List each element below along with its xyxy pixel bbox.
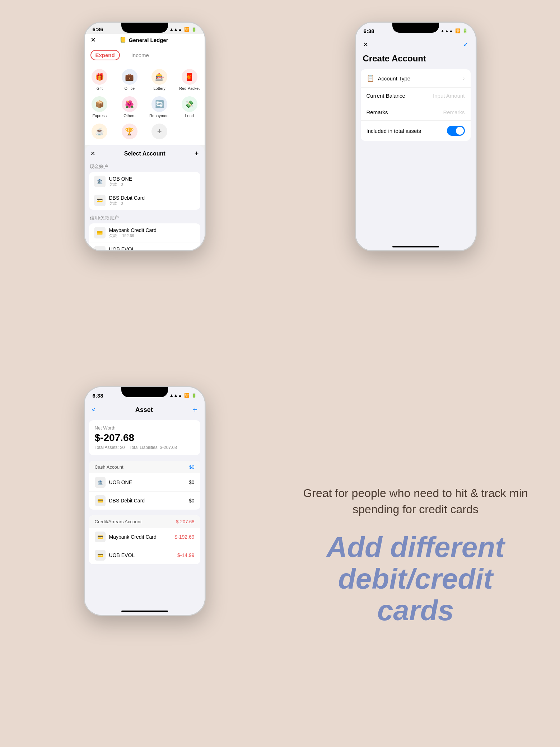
credit-account-list: Credit/Arrears Account $-207.68 💳 Mayban… <box>89 515 200 564</box>
included-in-assets-row[interactable]: Included in total assets <box>361 121 471 141</box>
uobevol-name: UOB EVOL <box>109 246 195 252</box>
cat-lottery[interactable]: 🎰 Lottery <box>145 66 175 93</box>
big-text-line3: cards <box>326 595 504 626</box>
cat-coffee[interactable]: ☕ <box>85 121 115 142</box>
cat-redpacket[interactable]: 🧧 Red Packet <box>174 66 205 93</box>
cat-repayment[interactable]: 🔄 Repayment <box>145 93 175 121</box>
cat-lend[interactable]: 💸 Lend <box>174 93 205 121</box>
included-toggle[interactable] <box>447 126 465 136</box>
cat-trophy-icon: 🏆 <box>122 124 137 139</box>
phone3-time: 6:38 <box>93 393 103 399</box>
asset-uobevol-name: UOB EVOL <box>109 552 174 558</box>
uob-one-sub: 欠款：0 <box>109 182 195 187</box>
phone2-status-icons: ▲▲▲ 🛜 🔋 <box>440 28 468 33</box>
asset-uob-one-name: UOB ONE <box>109 479 185 485</box>
cat-repayment-icon: 🔄 <box>151 96 167 112</box>
phone1-container: 6:36 ▲▲▲ 🛜 🔋 ✕ 📒 General Ledger Expend <box>14 14 275 368</box>
uob-one-name: UOB ONE <box>109 176 195 182</box>
uobevol-icon: 💳 <box>94 246 106 251</box>
create-check-icon[interactable]: ✓ <box>463 41 468 48</box>
current-balance-input[interactable]: Input Amount <box>433 93 465 99</box>
phone2-time: 6:38 <box>364 28 374 34</box>
asset-row-uob-one[interactable]: 🏦 UOB ONE $0 <box>89 473 200 492</box>
phone3-wifi-icon: 🛜 <box>184 393 190 398</box>
dbs-info: DBS Debit Card 欠款：0 <box>109 195 195 206</box>
asset-maybank-name: Maybank Credit Card <box>109 534 171 540</box>
account-type-row[interactable]: 📋 Account Type › <box>361 69 471 88</box>
cash-account-card: 🏦 UOB ONE 欠款：0 💳 DBS Debit Card 欠款：0 <box>89 172 200 210</box>
account-row-uob-one[interactable]: 🏦 UOB ONE 欠款：0 <box>89 172 200 191</box>
net-worth-label: Net Worth <box>95 425 195 431</box>
tab-income[interactable]: Income <box>127 50 153 60</box>
cat-others[interactable]: 🌺 Others <box>115 93 145 121</box>
phone3-battery-icon: 🔋 <box>191 393 197 398</box>
asset-header: < Asset + <box>85 402 205 417</box>
phone3-signal-icon: ▲▲▲ <box>169 393 182 398</box>
cat-express[interactable]: 📦 Express <box>85 93 115 121</box>
maybank-icon: 💳 <box>94 227 106 238</box>
maybank-sub: 欠款：-192.69 <box>109 233 195 238</box>
panel-close-icon[interactable]: ✕ <box>90 150 95 157</box>
phone1-signal-icon: ▲▲▲ <box>169 27 182 32</box>
cat-lend-icon: 💸 <box>182 96 197 112</box>
tagline-text: Great for people who need to hit & track… <box>300 485 531 518</box>
remarks-row[interactable]: Remarks Remarks <box>361 104 471 121</box>
cat-add[interactable]: + <box>145 121 175 142</box>
cat-gift-icon: 🎁 <box>92 69 107 85</box>
phone2-container: 6:38 ▲▲▲ 🛜 🔋 ✕ ✓ Create Account 📋 Accoun… <box>285 14 546 368</box>
cat-redpacket-label: Red Packet <box>179 86 200 91</box>
total-assets-text: Total Assets: $0 <box>95 445 125 450</box>
panel-add-icon[interactable]: + <box>195 149 199 158</box>
cat-office[interactable]: 💼 Office <box>115 66 145 93</box>
uob-one-info: UOB ONE 欠款：0 <box>109 176 195 187</box>
credit-account-section-header: Credit/Arrears Account $-207.68 <box>89 515 200 528</box>
phone2: 6:38 ▲▲▲ 🛜 🔋 ✕ ✓ Create Account 📋 Accoun… <box>355 22 477 251</box>
credit-account-section-label: Credit/Arrears Account <box>95 519 142 524</box>
phone3-status-icons: ▲▲▲ 🛜 🔋 <box>169 393 197 398</box>
cat-lend-label: Lend <box>185 113 194 118</box>
cat-lottery-label: Lottery <box>153 86 165 91</box>
account-row-dbs[interactable]: 💳 DBS Debit Card 欠款：0 <box>89 191 200 210</box>
credit-account-card: 💳 Maybank Credit Card 欠款：-192.69 💳 UOB E… <box>89 223 200 251</box>
current-balance-row[interactable]: Current Balance Input Amount <box>361 88 471 104</box>
uobevol-info: UOB EVOL 欠款：-14.99 <box>109 246 195 252</box>
total-liabilities-text: Total Liabilities: $-207.68 <box>130 445 177 450</box>
create-account-title: Create Account <box>356 54 476 69</box>
asset-back-icon[interactable]: < <box>92 406 96 414</box>
phone2-wifi-icon: 🛜 <box>455 28 461 33</box>
phone2-battery-icon: 🔋 <box>462 28 468 33</box>
create-close-icon[interactable]: ✕ <box>363 41 368 48</box>
asset-uobevol-icon: 💳 <box>95 550 106 561</box>
ledger-close-icon[interactable]: ✕ <box>90 36 96 44</box>
ledger-title: 📒 General Ledger <box>120 37 168 43</box>
maybank-info: Maybank Credit Card 欠款：-192.69 <box>109 227 195 238</box>
current-balance-label: Current Balance <box>367 93 430 99</box>
net-worth-sub: Total Assets: $0 Total Liabilities: $-20… <box>95 445 195 450</box>
asset-row-uobevol[interactable]: 💳 UOB EVOL $-14.99 <box>89 546 200 564</box>
tab-expend[interactable]: Expend <box>90 50 120 60</box>
bottom-right-content: Great for people who need to hit & track… <box>285 379 546 733</box>
asset-row-maybank[interactable]: 💳 Maybank Credit Card $-192.69 <box>89 528 200 546</box>
remarks-input[interactable]: Remarks <box>443 109 465 115</box>
asset-row-dbs[interactable]: 💳 DBS Debit Card $0 <box>89 492 200 510</box>
cat-gift[interactable]: 🎁 Gift <box>85 66 115 93</box>
big-text-block: Add different debit/credit cards <box>326 532 504 626</box>
dbs-sub: 欠款：0 <box>109 201 195 206</box>
cash-account-section-header: Cash Account $0 <box>89 461 200 473</box>
remarks-label: Remarks <box>367 109 440 115</box>
phone1-inner: 6:36 ▲▲▲ 🛜 🔋 ✕ 📒 General Ledger Expend <box>85 23 205 250</box>
cat-trophy[interactable]: 🏆 <box>115 121 145 142</box>
phone3: 6:38 ▲▲▲ 🛜 🔋 < Asset + Net Worth $-207.6… <box>84 386 206 616</box>
cat-express-label: Express <box>92 113 107 118</box>
cash-account-section-value: $0 <box>189 464 194 470</box>
ledger-icon: 📒 <box>120 37 126 43</box>
asset-title: Asset <box>135 406 153 414</box>
account-row-uobevol[interactable]: 💳 UOB EVOL 欠款：-14.99 <box>89 242 200 251</box>
phone1-notch <box>121 23 168 33</box>
asset-dbs-icon: 💳 <box>95 495 106 506</box>
account-row-maybank[interactable]: 💳 Maybank Credit Card 欠款：-192.69 <box>89 223 200 242</box>
asset-add-icon[interactable]: + <box>193 405 197 414</box>
cat-others-icon: 🌺 <box>122 96 137 112</box>
cash-section-label: 现金账户 <box>89 161 200 172</box>
asset-maybank-icon: 💳 <box>95 532 106 542</box>
